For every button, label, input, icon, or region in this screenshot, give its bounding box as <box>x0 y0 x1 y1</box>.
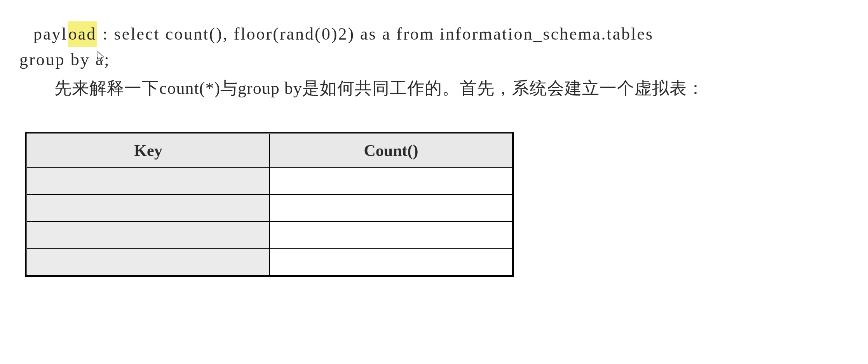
payload-sql-first-line: : select count(), floor(rand(0)2) as a f… <box>97 24 654 43</box>
table-cell-key <box>26 194 270 222</box>
table-row <box>26 194 513 222</box>
table-cell-count <box>270 194 513 222</box>
table-cell-key <box>26 222 270 249</box>
table-row <box>26 222 513 249</box>
table-row <box>26 249 513 276</box>
table-cell-key <box>26 249 270 276</box>
table-header-row: Key Count() <box>26 133 513 168</box>
table-cell-count <box>270 249 513 276</box>
table-cell-count <box>270 167 513 194</box>
table-row <box>26 167 513 194</box>
table-cell-count <box>270 222 513 249</box>
payload-text: payload : select count(), floor(rand(0)2… <box>19 21 849 73</box>
explanation-text: 先来解释一下count(*)与group by是如何共同工作的。首先，系统会建立… <box>19 76 849 101</box>
text-highlight: oad <box>68 21 98 47</box>
virtual-table: Key Count() <box>25 132 514 277</box>
table-header-key: Key <box>26 133 270 168</box>
payload-sql-before: payl <box>33 24 68 43</box>
table-header-count: Count() <box>270 133 513 168</box>
table-cell-key <box>26 167 270 194</box>
payload-sql-wrap: group by a; <box>19 50 110 69</box>
